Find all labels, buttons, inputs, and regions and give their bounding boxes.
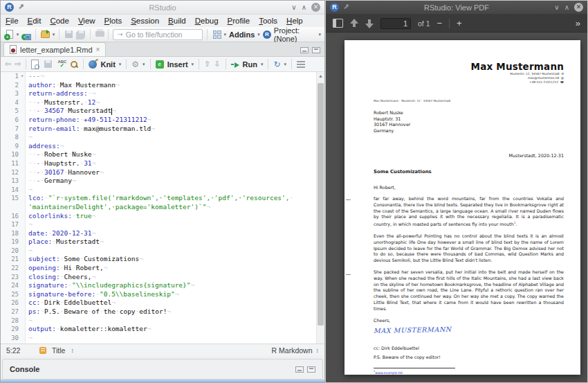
search-icon[interactable]: [70, 60, 78, 69]
code-line[interactable]: 4··-·Musterstr.·12¬: [1, 98, 324, 107]
code-line[interactable]: 25signature-before:·"0.5\\baselineskip"¬: [1, 290, 324, 299]
open-file-icon[interactable]: [40, 29, 50, 40]
close-icon[interactable]: ✕: [574, 3, 583, 12]
maximize-icon[interactable]: ∧: [302, 3, 306, 12]
knit-button[interactable]: Knit: [100, 60, 115, 69]
next-page-icon[interactable]: [365, 19, 374, 28]
new-file-dropdown-icon[interactable]: ▾: [17, 32, 19, 37]
code-line[interactable]: 22opening:·Hi·Robert,¬: [1, 264, 324, 273]
console-minimize-icon[interactable]: [295, 366, 304, 373]
minimize-icon[interactable]: ∨: [554, 3, 559, 12]
go-next-section-icon[interactable]: ⇩: [214, 60, 220, 69]
open-file-dropdown-icon[interactable]: ▾: [53, 32, 55, 37]
code-line[interactable]: 10··-·Robert·Nuske¬: [1, 150, 324, 159]
code-line[interactable]: 18date:·2020-12-31¬: [1, 229, 324, 238]
goto-file-input[interactable]: ➝ Go to file/function: [113, 29, 202, 40]
print-icon[interactable]: [95, 29, 104, 40]
menu-build[interactable]: Build: [168, 17, 186, 25]
rstudio-titlebar[interactable]: R RStudio ∨ ∧ ✕: [1, 1, 324, 15]
save-all-icon[interactable]: [76, 29, 86, 40]
spellcheck-icon[interactable]: ABC✓: [57, 60, 66, 68]
forward-icon[interactable]: ⇨: [15, 60, 21, 69]
footnote-ref-marker[interactable]: 1: [514, 221, 516, 224]
pin-icon[interactable]: [343, 4, 350, 11]
rerun-dropdown-icon[interactable]: ▾: [284, 62, 287, 67]
footnote-link[interactable]: www.example.tld: [375, 371, 403, 374]
menu-plots[interactable]: Plots: [104, 17, 122, 25]
zoom-out-icon[interactable]: −: [437, 19, 443, 28]
code-line[interactable]: 13··-·Germany¬: [1, 177, 324, 186]
code-line[interactable]: 21subject:·Some·Customizations¬: [1, 255, 324, 264]
code-line[interactable]: 27ps:·P.S.·Beware·of·the·copy·editor!¬: [1, 308, 324, 317]
insert-dropdown-icon[interactable]: ▾: [192, 62, 194, 67]
addins-dropdown-icon[interactable]: ▾: [257, 32, 260, 37]
back-icon[interactable]: ⇦: [5, 60, 11, 69]
knit-dropdown-icon[interactable]: ▾: [119, 62, 122, 67]
save-source-icon[interactable]: [43, 59, 54, 70]
code-line[interactable]: 'maintainersDelight',·package='komalette…: [1, 203, 324, 212]
code-line[interactable]: 14¬: [1, 186, 324, 195]
new-project-icon[interactable]: +R: [21, 29, 31, 40]
code-line[interactable]: 29output:·komaletter::komaletter¬: [1, 325, 324, 334]
menu-help[interactable]: Help: [286, 17, 303, 25]
run-icon[interactable]: [231, 58, 239, 71]
knit-yarn-icon[interactable]: [89, 60, 97, 69]
code-line[interactable]: 19place:·Musterstadt¬: [1, 238, 324, 247]
scrollbar-thumb[interactable]: [318, 83, 324, 326]
gear-icon[interactable]: ⚙: [131, 60, 139, 69]
menu-file[interactable]: File: [6, 17, 19, 25]
code-line[interactable]: 2author:·Max·Mustermann¬: [1, 81, 324, 90]
menu-code[interactable]: Code: [50, 17, 69, 25]
new-file-icon[interactable]: +: [4, 29, 14, 40]
fold-toggle-icon[interactable]: ▾: [19, 72, 26, 81]
code-line[interactable]: 28¬: [1, 317, 324, 326]
minimize-icon[interactable]: ∨: [291, 3, 296, 12]
addins-button[interactable]: Addins: [229, 30, 255, 39]
previous-page-icon[interactable]: [350, 19, 358, 28]
run-button[interactable]: Run: [243, 60, 257, 69]
code-line[interactable]: 1▾---¬: [1, 72, 324, 81]
code-line[interactable]: 5··-·34567·Musterstadt¬: [1, 107, 324, 116]
go-prev-section-icon[interactable]: ⇧: [204, 60, 210, 69]
insert-button[interactable]: Insert: [167, 60, 188, 69]
scrollbar-up-icon[interactable]: ▲: [317, 72, 324, 80]
pane-layout-icon[interactable]: [212, 29, 221, 40]
menu-view[interactable]: View: [78, 17, 95, 25]
code-line[interactable]: 11··-·Hauptstr.·31¬: [1, 159, 324, 168]
menu-session[interactable]: Session: [131, 17, 159, 25]
code-line[interactable]: 30¬: [1, 334, 324, 343]
source-editor[interactable]: 1▾---¬2author:·Max·Mustermann¬3return-ad…: [1, 72, 324, 344]
code-line[interactable]: 9address:¬: [1, 142, 324, 151]
maximize-icon[interactable]: ∧: [564, 3, 569, 12]
rerun-icon[interactable]: ↻: [273, 60, 280, 69]
find-replace-icon[interactable]: [31, 60, 39, 69]
code-line[interactable]: 24signature:·"\\includegraphics{signatur…: [1, 281, 324, 290]
tab-letter-example1[interactable]: letter_example1.Rmd ×: [3, 42, 106, 56]
code-line[interactable]: 17¬: [1, 220, 324, 229]
code-line[interactable]: 26cc:·Dirk·Eddelbuettel¬: [1, 299, 324, 308]
code-line[interactable]: 23closing:·Cheers,¬: [1, 273, 324, 282]
console-maximize-icon[interactable]: [307, 366, 315, 373]
menu-profile[interactable]: Profile: [228, 17, 250, 25]
file-type-selector[interactable]: R Markdown: [272, 346, 313, 355]
close-icon[interactable]: ✕: [311, 3, 320, 12]
pdf-titlebar[interactable]: R RStudio: View PDF ∨ ∧ ✕: [326, 1, 587, 15]
file-type-updown-icon[interactable]: ↕: [316, 347, 320, 354]
save-icon[interactable]: [64, 29, 73, 40]
code-line[interactable]: 12··-·30167·Hannover¬: [1, 168, 324, 177]
code-line[interactable]: 3return-address:·¬: [1, 89, 324, 98]
zoom-in-icon[interactable]: +: [457, 19, 462, 28]
menu-edit[interactable]: Edit: [28, 17, 42, 25]
menu-tools[interactable]: Tools: [259, 17, 277, 25]
section-selector[interactable]: Title: [52, 346, 65, 355]
pane-minimize-icon[interactable]: [300, 47, 309, 53]
pane-layout-dropdown-icon[interactable]: ▾: [223, 32, 226, 37]
code-line[interactable]: 7return-email:·max@musterman.tld¬: [1, 125, 324, 134]
code-line[interactable]: 8¬: [1, 133, 324, 142]
code-line[interactable]: 6return-phone:·+49-511-21311212¬: [1, 116, 324, 125]
document-outline-icon[interactable]: [297, 61, 305, 68]
pin-icon[interactable]: [18, 4, 25, 11]
gear-dropdown-icon[interactable]: ▾: [143, 62, 145, 67]
code-line[interactable]: 15lco:·"`r·system.file('rmarkdown',·'tem…: [1, 194, 324, 203]
pdf-viewport[interactable]: Max Mustermann Musterstr. 12, 34567 Must…: [326, 33, 587, 382]
